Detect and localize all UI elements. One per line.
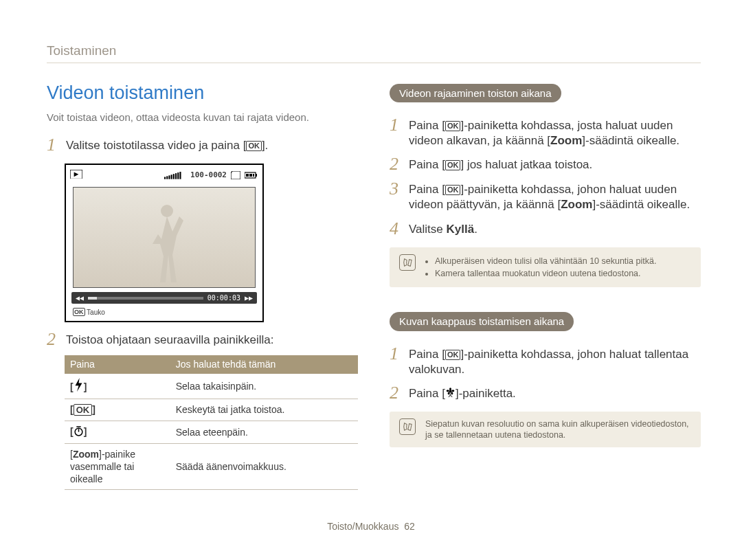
file-counter: 100-0002 bbox=[190, 170, 227, 180]
progress-bar bbox=[88, 297, 203, 300]
note-box: Alkuperäisen videon tulisi olla vähintää… bbox=[390, 247, 701, 288]
table-header-action: Jos haluat tehdä tämän bbox=[170, 355, 358, 373]
controls-table: Paina Jos haluat tehdä tämän [] Selaa ta… bbox=[65, 355, 358, 490]
step-1-text: Valitse toistotilassa video ja paina [OK… bbox=[66, 136, 358, 153]
ok-icon: OK bbox=[445, 185, 461, 195]
note-item: Alkuperäisen videon tulisi olla vähintää… bbox=[435, 256, 656, 267]
camera-screenshot: 100-0002 ◀◀ bbox=[65, 164, 264, 322]
svg-rect-11 bbox=[246, 174, 249, 177]
table-cell: Keskeytä tai jatka toistoa. bbox=[170, 399, 358, 421]
trim-step-1: Paina [OK]-painiketta kohdassa, josta ha… bbox=[409, 116, 701, 148]
note-icon bbox=[399, 418, 416, 435]
svg-rect-7 bbox=[175, 173, 177, 179]
svg-rect-3 bbox=[166, 176, 168, 179]
svg-rect-6 bbox=[173, 174, 175, 179]
trim-step-3: Paina [OK]-painiketta kohdassa, johon ha… bbox=[409, 180, 701, 212]
note-text: Siepatun kuvan resoluutio on sama kuin a… bbox=[425, 418, 691, 441]
note-icon bbox=[399, 254, 416, 271]
note-box: Siepatun kuvan resoluutio on sama kuin a… bbox=[390, 412, 701, 448]
svg-point-24 bbox=[451, 392, 453, 394]
svg-point-20 bbox=[449, 388, 451, 390]
table-cell: [OK] bbox=[65, 399, 170, 421]
timer-icon bbox=[74, 426, 84, 439]
section-heading-capture: Kuvan kaappaus toistamisen aikana bbox=[390, 312, 574, 331]
svg-point-23 bbox=[448, 392, 450, 394]
subtitle: Voit toistaa videon, ottaa videosta kuva… bbox=[47, 111, 358, 124]
section-heading-trim: Videon rajaaminen toiston aikana bbox=[390, 84, 561, 103]
person-silhouette bbox=[146, 201, 188, 284]
page-title: Videon toistaminen bbox=[47, 81, 358, 105]
svg-rect-14 bbox=[256, 174, 257, 177]
volume-bars-icon bbox=[164, 172, 186, 179]
svg-point-15 bbox=[161, 205, 173, 217]
rewind-icon: ◀◀ bbox=[76, 293, 84, 302]
step-number: 2 bbox=[390, 384, 409, 402]
step-number: 2 bbox=[390, 155, 409, 173]
step-number: 1 bbox=[390, 345, 409, 363]
page-footer: Toisto/Muokkaus 62 bbox=[0, 520, 742, 533]
right-column: Videon rajaaminen toiston aikana 1 Paina… bbox=[390, 81, 701, 491]
table-cell: [] bbox=[65, 374, 170, 399]
capture-step-2: Paina []-painiketta. bbox=[409, 384, 701, 401]
step-number: 1 bbox=[390, 116, 409, 134]
play-mode-icon bbox=[70, 168, 82, 183]
trim-step-4: Valitse Kyllä. bbox=[409, 220, 701, 237]
step-number: 4 bbox=[390, 220, 409, 238]
table-cell: Selaa eteenpäin. bbox=[170, 421, 358, 443]
table-cell: [] bbox=[65, 421, 170, 443]
ok-icon: OK bbox=[73, 308, 85, 316]
svg-marker-1 bbox=[74, 172, 79, 177]
step-2-text: Toistoa ohjataan seuraavilla painikkeill… bbox=[66, 331, 358, 348]
svg-rect-2 bbox=[164, 177, 166, 179]
ok-icon: OK bbox=[74, 404, 93, 416]
flash-icon bbox=[74, 378, 84, 394]
ok-icon: OK bbox=[445, 350, 461, 360]
svg-rect-5 bbox=[171, 175, 172, 179]
svg-rect-9 bbox=[179, 172, 181, 179]
table-cell: [Zoom]-painike vasemmalle tai oikealle bbox=[65, 443, 170, 490]
table-cell: Selaa takaisinpäin. bbox=[170, 374, 358, 399]
ok-icon: OK bbox=[246, 141, 262, 151]
step-number: 1 bbox=[47, 136, 66, 154]
battery-icon bbox=[245, 172, 258, 179]
pause-label: Tauko bbox=[87, 309, 105, 316]
svg-point-21 bbox=[447, 390, 449, 392]
playback-time: 00:00:03 bbox=[207, 293, 240, 302]
macro-flower-icon bbox=[445, 388, 456, 397]
step-number: 3 bbox=[390, 180, 409, 198]
chapter-title: Toistaminen bbox=[47, 43, 701, 63]
ok-icon: OK bbox=[445, 121, 461, 131]
table-header-press: Paina bbox=[65, 355, 170, 373]
ok-icon: OK bbox=[445, 160, 461, 170]
left-column: Videon toistaminen Voit toistaa videon, … bbox=[47, 81, 358, 491]
table-cell: Säädä äänenvoimakkuus. bbox=[170, 443, 358, 490]
svg-rect-13 bbox=[253, 174, 254, 177]
svg-rect-8 bbox=[177, 172, 179, 179]
step-number: 2 bbox=[47, 331, 66, 348]
sd-card-icon bbox=[231, 171, 240, 179]
trim-step-2: Paina [OK] jos haluat jatkaa toistoa. bbox=[409, 155, 701, 172]
svg-rect-4 bbox=[168, 175, 170, 179]
capture-step-1: Paina [OK]-painiketta kohdassa, johon ha… bbox=[409, 345, 701, 377]
svg-rect-12 bbox=[249, 174, 252, 177]
note-item: Kamera tallentaa muokatun videon uutena … bbox=[435, 268, 656, 279]
forward-icon: ▶▶ bbox=[245, 293, 253, 302]
svg-point-22 bbox=[451, 390, 454, 392]
